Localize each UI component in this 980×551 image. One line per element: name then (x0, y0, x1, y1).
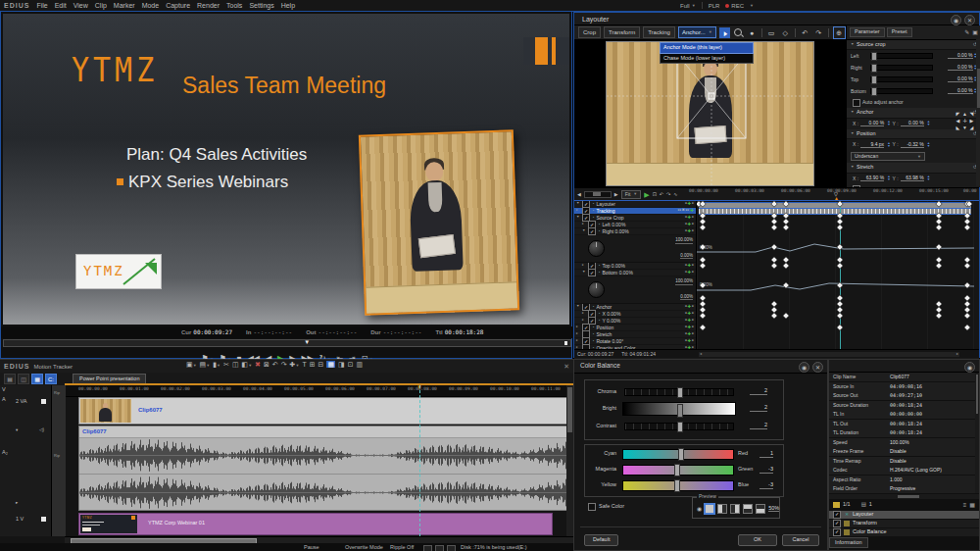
audio-clip[interactable]: Clip6077 (78, 426, 573, 511)
collapse-icon[interactable]: ▸ (16, 501, 18, 506)
copy-icon[interactable]: ◫ (232, 361, 239, 368)
crop-top-value[interactable]: 0.00 % (948, 76, 973, 82)
kf-undo-icon[interactable]: ↶ (660, 192, 663, 197)
scroll-left-icon[interactable]: ◀ (577, 192, 581, 197)
tree-row-rotate[interactable]: ▸✓◔Rotate 0.00°◂✚▸ (574, 338, 696, 345)
table-row[interactable]: TL In00:00:00:00 (829, 410, 979, 419)
tab-preset[interactable]: Preset (887, 27, 912, 37)
menu-clip[interactable]: Clip (95, 2, 107, 9)
kf-curve-icon[interactable]: ∿ (673, 192, 677, 197)
keyframe-area[interactable]: 0.00% 0.00% (697, 201, 974, 349)
blue-value[interactable]: -3 (760, 482, 773, 489)
pan-tool-icon[interactable]: ● (747, 27, 758, 38)
effect-enabled-checkbox[interactable]: ✓ (833, 528, 841, 536)
table-row[interactable]: Source Out04:09:27;10 (829, 391, 979, 400)
tree-row-stretch[interactable]: ▸◔Stretch◂✚▸ (574, 331, 696, 338)
transition-icon[interactable]: ⊞ (310, 361, 316, 368)
timeline-titlebar[interactable]: EDIUS Motion Tracker ▣▼ ▤▼ ▮▼ ✂ ◫ ◧▼ ✖ ⊠… (0, 360, 573, 373)
track-v-toggle[interactable]: V (2, 387, 6, 393)
effect-row-color-balance[interactable]: ✓ Color Balance (829, 528, 979, 537)
table-row[interactable]: TL Duration00:00:18:24 (829, 428, 979, 437)
track-header-2va[interactable]: 2 VA (16, 399, 27, 405)
ripple-mode[interactable]: Ripple Off (390, 545, 414, 551)
contrast-slider[interactable] (624, 423, 734, 430)
redo-icon[interactable]: ↷ (281, 361, 287, 368)
position-y-value[interactable]: -0.32 % (901, 142, 924, 148)
eye-icon[interactable]: ◉ (697, 506, 702, 512)
preview-split-pct[interactable]: 50% (768, 506, 779, 513)
delete-icon[interactable]: ✖ (255, 361, 261, 368)
tab-information[interactable]: Information (829, 537, 868, 549)
scroll-right-icon[interactable]: ▶ (614, 192, 618, 197)
tab-tracking[interactable]: Tracking (643, 26, 675, 38)
save-icon[interactable]: ▣▼ (186, 361, 197, 368)
select-tool-icon[interactable]: ▲ (719, 27, 730, 38)
crop-right-value[interactable]: 0.00 % (948, 65, 973, 71)
redo-icon[interactable]: ↷ (813, 27, 824, 38)
cut-icon[interactable]: ✂ (223, 361, 229, 368)
diamond-tool-icon[interactable]: ◇ (780, 27, 791, 38)
table-row[interactable]: CodecH.264/AVC (Long GOP) (829, 466, 979, 475)
panel-icon-1[interactable]: ▤ (4, 374, 16, 384)
undo-icon[interactable]: ↶ (272, 361, 278, 368)
effect-row-transform[interactable]: ✓ Transform (829, 520, 979, 528)
video-clip[interactable]: Clip6077 (78, 397, 573, 425)
grid-view-icon[interactable]: ▦ (969, 502, 975, 508)
paste-icon[interactable]: ◧▼ (242, 361, 253, 368)
rect-tool-icon[interactable]: ▭ (766, 27, 777, 38)
tree-row-position[interactable]: ▸✓◔Position◂✚▸ (574, 325, 696, 331)
menu-item-anchor-mode[interactable]: Anchor Mode (this layer) (660, 42, 754, 54)
stretch-y-value[interactable]: 63.98 % (901, 175, 924, 181)
speaker-icon[interactable]: ◁) (39, 428, 44, 433)
menu-help[interactable]: Help (281, 2, 295, 9)
table-row[interactable]: Source In04:09:08;16 (829, 382, 979, 391)
crop-bottom-value[interactable]: 0.00 % (948, 88, 973, 94)
status-icon-1[interactable] (423, 545, 432, 551)
program-preview-canvas[interactable]: YTMZ Sales Team Meeting Plan: Q4 Sales A… (3, 14, 569, 325)
crop-left-slider[interactable] (870, 53, 933, 59)
timeline-ruler[interactable]: 00:00:00:00 00:00:01:00 00:00:02:00 00:0… (65, 385, 573, 397)
section-source-crop[interactable]: ▼Source crop↺ (847, 40, 980, 51)
table-row[interactable]: TL Out00:00:18:24 (829, 420, 979, 428)
preview-seek-bar[interactable]: ▼ (3, 339, 571, 347)
info-vscrollbar[interactable] (975, 373, 979, 493)
seek-playhead[interactable]: ▼ (304, 339, 310, 345)
edit-mode[interactable]: Overwrite Mode (345, 545, 383, 551)
export-icon[interactable]: ▥ (357, 361, 364, 368)
anchor-target-icon[interactable]: ⊕ (833, 26, 846, 39)
stepper-icon[interactable]: ▲▼ (927, 142, 930, 148)
ok-button[interactable]: OK (738, 534, 777, 546)
add-clip-icon[interactable]: ✚▼ (290, 361, 300, 368)
crop-left-value[interactable]: 0.00 % (948, 53, 973, 59)
title-clip[interactable]: YTMZ YTMZ Corp Webinar 01 (78, 513, 553, 535)
chroma-slider[interactable] (624, 388, 734, 396)
menu-settings[interactable]: Settings (249, 2, 273, 9)
curve-editor-bottom[interactable]: 100.00% 0.00% (574, 276, 696, 304)
track-header-1v[interactable]: 1 V (16, 517, 24, 523)
kf-hscrollbar[interactable]: ◂▸ (699, 352, 959, 357)
anchor-y-value[interactable]: 0.00 % (901, 121, 924, 126)
cyan-red-slider[interactable] (622, 449, 734, 460)
stepper-icon[interactable]: ▲▼ (887, 175, 890, 181)
table-row[interactable]: Speed100.00% (829, 438, 979, 447)
tree-row-right[interactable]: ▼✓◔Right 0.00%◂✚▸ (574, 228, 696, 235)
preview-mode-left[interactable] (717, 504, 727, 514)
timeline-vscrollbar[interactable] (566, 385, 573, 536)
panel-options-icon[interactable]: ◉ (964, 362, 975, 373)
stepper-icon[interactable]: ▲▼ (887, 142, 890, 148)
tree-row-anchor-y[interactable]: ▸✓◔Y 0.00%◂✚▸ (574, 318, 696, 325)
parameter-scrollbar[interactable] (976, 39, 980, 186)
stepper-icon[interactable]: ▲▼ (927, 175, 930, 181)
crop-top-slider[interactable] (870, 76, 933, 82)
effect-enabled-checkbox[interactable]: ✓ (833, 511, 841, 519)
kf-redo-icon[interactable]: ↷ (666, 192, 670, 197)
effect-row-layouter[interactable]: ✓ ⨯ Layouter (829, 511, 979, 520)
dial-knob[interactable] (588, 240, 605, 257)
plr-mode-button[interactable]: PLR (709, 3, 720, 9)
color-balance-titlebar[interactable]: Color Balance ◉✕ (574, 360, 827, 374)
panel-icon-2[interactable]: ◫ (18, 374, 29, 384)
delete-icon[interactable]: ▣ (972, 29, 978, 35)
safe-color-checkbox[interactable] (588, 503, 596, 511)
close-icon[interactable]: ✕ (964, 15, 975, 25)
yellow-blue-slider[interactable] (622, 480, 734, 491)
